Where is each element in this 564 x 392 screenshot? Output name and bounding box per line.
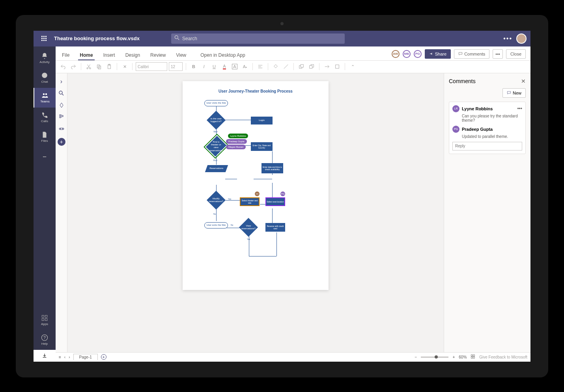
shape-decision[interactable]: Is the user logged in? — [207, 110, 226, 129]
zoom-slider[interactable] — [421, 357, 448, 358]
shape-decision[interactable]: View reservations? — [239, 217, 258, 236]
camera-dot — [280, 22, 284, 25]
arrange-front-icon[interactable] — [297, 62, 306, 71]
canvas[interactable]: User Journey-Theater Booking Process — [67, 73, 444, 352]
undo-icon[interactable] — [59, 62, 67, 71]
shape-decision-selected[interactable]: Find a theater or view reservations — [206, 136, 226, 156]
bold-icon[interactable]: B — [189, 62, 198, 71]
align-icon[interactable] — [256, 62, 265, 71]
app-launcher-icon[interactable] — [37, 36, 50, 41]
rail-more[interactable]: ••• — [34, 147, 56, 167]
font-color-icon[interactable]: A — [220, 62, 229, 71]
line-icon[interactable] — [282, 62, 290, 71]
tab-file[interactable]: File — [60, 52, 71, 60]
cut-icon[interactable] — [84, 62, 93, 71]
next-page-icon[interactable]: › — [69, 355, 70, 359]
presence-avatar[interactable]: PG — [414, 50, 422, 58]
add-stencil-button[interactable]: + — [58, 138, 65, 146]
open-desktop-link[interactable]: Open in Desktop App — [199, 52, 247, 60]
tab-review[interactable]: Review — [149, 52, 167, 60]
prev-page-icon[interactable]: ‹ — [64, 355, 65, 359]
rail-files[interactable]: Files — [34, 127, 56, 147]
arrange-back-icon[interactable] — [307, 62, 316, 71]
comments-title: Comments — [449, 78, 476, 84]
fill-icon[interactable] — [271, 62, 280, 71]
statusbar: ≡ ‹ › Page-1 + − + 60% Give Feedback to … — [56, 352, 530, 362]
ribbon-more-icon[interactable]: ••• — [493, 49, 503, 59]
new-comment-button[interactable]: New — [502, 88, 526, 98]
shape-decision[interactable]: Modify reservations? — [207, 190, 226, 209]
stencil1-icon[interactable] — [56, 99, 67, 111]
shape-terminator[interactable]: User exits the Site — [204, 222, 228, 229]
shape-process[interactable]: Enter City, State and Country — [251, 142, 273, 151]
share-button[interactable]: Share — [425, 49, 451, 59]
presence-pill: Pradeep Gupta — [226, 139, 247, 144]
presence-pill: Megan Bowen — [226, 145, 246, 149]
fit-page-icon[interactable] — [471, 354, 475, 360]
expand-icon[interactable]: › — [56, 76, 67, 87]
presence-avatar[interactable]: MB — [403, 50, 411, 58]
page-tab[interactable]: Page-1 — [73, 354, 98, 360]
rail-chat[interactable]: Chat — [34, 68, 56, 88]
stencil2-icon[interactable] — [56, 111, 67, 123]
font-grow-icon[interactable]: A▴ — [241, 62, 249, 71]
italic-icon[interactable]: I — [200, 62, 208, 71]
copy-icon[interactable] — [95, 62, 103, 71]
rail-apps[interactable]: Apps — [34, 310, 56, 330]
chevron-up-icon[interactable]: ⌃ — [348, 62, 357, 71]
svg-rect-33 — [473, 357, 475, 359]
rail-calls[interactable]: Calls — [34, 108, 56, 127]
titlebar: Theatre booking process flow.vsdx Search… — [34, 31, 530, 46]
close-icon[interactable]: ✕ — [521, 78, 526, 84]
shape-data[interactable]: Reservations — [205, 165, 228, 172]
connector-icon[interactable] — [323, 62, 331, 71]
pages-nav-icon[interactable]: ≡ — [59, 355, 61, 359]
search-input[interactable]: Search — [171, 33, 345, 44]
more-options-icon[interactable]: ••• — [503, 35, 512, 42]
rail-help[interactable]: ? Help — [34, 330, 56, 350]
shape-icon[interactable] — [333, 62, 342, 71]
comments-panel: Comments ✕ New LR Lyyne Robbins ••• — [444, 73, 530, 352]
user-avatar[interactable] — [516, 33, 527, 44]
svg-text:?: ? — [43, 335, 46, 340]
font-name-select[interactable] — [136, 62, 167, 71]
svg-rect-26 — [62, 115, 63, 117]
diagram-title: User Journey-Theater Booking Process — [190, 89, 321, 93]
highlight-icon[interactable]: A — [230, 62, 239, 71]
add-page-button[interactable]: + — [101, 354, 106, 360]
help-icon: ? — [41, 334, 48, 341]
tab-insert[interactable]: Insert — [102, 52, 117, 60]
shape-process[interactable]: Select theater and rate — [240, 197, 260, 206]
rail-activity[interactable]: Activity — [34, 48, 56, 68]
shape-process[interactable]: Select seat location — [265, 197, 285, 206]
presence-avatar[interactable]: AW — [392, 50, 400, 58]
shape-process[interactable]: Login — [251, 117, 273, 124]
comment-icon — [458, 52, 463, 56]
presence-pill: Lyyne Robbins — [228, 134, 248, 138]
rail-teams[interactable]: Teams — [34, 88, 56, 108]
shape-terminator[interactable]: User visits the Site — [204, 100, 228, 106]
close-button[interactable]: Close — [506, 49, 526, 59]
tab-design[interactable]: Design — [124, 52, 142, 60]
stencil3-icon[interactable] — [56, 123, 67, 135]
tab-home[interactable]: Home — [78, 52, 94, 60]
delete-icon[interactable]: ✕ — [120, 62, 129, 71]
rail-label: Activity — [39, 60, 49, 64]
download-button[interactable] — [34, 350, 56, 362]
rail-label: Apps — [41, 322, 48, 326]
comments-button[interactable]: Comments — [454, 49, 489, 59]
redo-icon[interactable] — [69, 62, 78, 71]
zoom-in-icon[interactable]: + — [452, 355, 455, 359]
tab-view[interactable]: View — [174, 52, 188, 60]
reply-input[interactable] — [452, 142, 522, 150]
underline-icon[interactable]: U — [210, 62, 219, 71]
shape-process[interactable]: Enter date and time to check availabilit… — [261, 163, 283, 173]
search-shapes-icon[interactable] — [56, 87, 67, 99]
zoom-out-icon[interactable]: − — [415, 355, 417, 359]
comment-menu-icon[interactable]: ••• — [517, 106, 522, 111]
font-size-select[interactable] — [169, 62, 183, 71]
shape-process[interactable]: Reserve with credit card — [265, 223, 285, 232]
comment-text: Can you please try the standard theme? — [462, 114, 522, 123]
feedback-link[interactable]: Give Feedback to Microsoft — [479, 355, 527, 359]
paste-icon[interactable] — [105, 62, 114, 71]
